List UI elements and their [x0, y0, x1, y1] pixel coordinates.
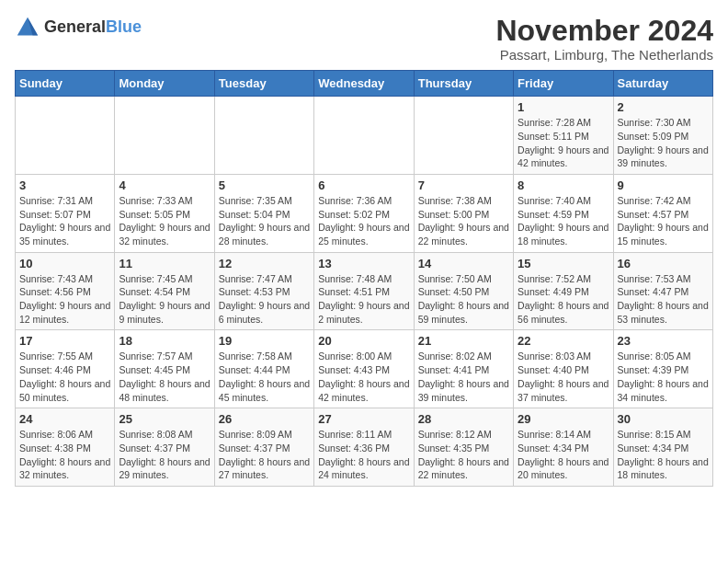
calendar-body: 1Sunrise: 7:28 AMSunset: 5:11 PMDaylight… — [16, 97, 713, 487]
day-cell: 6Sunrise: 7:36 AMSunset: 5:02 PMDaylight… — [314, 174, 414, 252]
day-info: Sunrise: 7:45 AMSunset: 4:54 PMDaylight:… — [119, 272, 210, 327]
day-info: Sunrise: 7:36 AMSunset: 5:02 PMDaylight:… — [318, 194, 409, 248]
location: Passart, Limburg, The Netherlands — [495, 47, 713, 63]
day-info: Sunrise: 8:12 AMSunset: 4:35 PMDaylight:… — [418, 428, 509, 482]
day-info: Sunrise: 7:47 AMSunset: 4:53 PMDaylight:… — [219, 272, 310, 327]
day-info: Sunrise: 8:14 AMSunset: 4:34 PMDaylight:… — [518, 428, 609, 482]
day-info: Sunrise: 8:08 AMSunset: 4:37 PMDaylight:… — [119, 428, 210, 482]
header-cell-tuesday: Tuesday — [214, 71, 313, 97]
day-cell: 11Sunrise: 7:45 AMSunset: 4:54 PMDayligh… — [115, 252, 214, 330]
day-number: 2 — [618, 100, 709, 114]
header-cell-saturday: Saturday — [613, 71, 712, 97]
week-row-2: 10Sunrise: 7:43 AMSunset: 4:56 PMDayligh… — [16, 252, 713, 330]
week-row-1: 3Sunrise: 7:31 AMSunset: 5:07 PMDaylight… — [16, 174, 713, 252]
day-cell: 4Sunrise: 7:33 AMSunset: 5:05 PMDaylight… — [115, 174, 214, 252]
day-number: 22 — [518, 334, 609, 348]
day-cell: 25Sunrise: 8:08 AMSunset: 4:37 PMDayligh… — [115, 408, 214, 487]
day-info: Sunrise: 7:38 AMSunset: 5:00 PMDaylight:… — [418, 194, 509, 248]
day-info: Sunrise: 7:50 AMSunset: 4:50 PMDaylight:… — [418, 272, 509, 327]
day-info: Sunrise: 7:30 AMSunset: 5:09 PMDaylight:… — [618, 116, 709, 170]
day-info: Sunrise: 7:40 AMSunset: 4:59 PMDaylight:… — [518, 194, 609, 248]
header-cell-monday: Monday — [115, 71, 214, 97]
day-cell: 20Sunrise: 8:00 AMSunset: 4:43 PMDayligh… — [314, 330, 414, 408]
day-cell: 22Sunrise: 8:03 AMSunset: 4:40 PMDayligh… — [514, 330, 613, 408]
day-cell: 30Sunrise: 8:15 AMSunset: 4:34 PMDayligh… — [613, 408, 712, 487]
day-cell: 9Sunrise: 7:42 AMSunset: 4:57 PMDaylight… — [613, 174, 712, 252]
day-number: 17 — [19, 334, 110, 348]
header-cell-thursday: Thursday — [414, 71, 513, 97]
day-number: 3 — [19, 178, 110, 192]
day-cell: 8Sunrise: 7:40 AMSunset: 4:59 PMDaylight… — [514, 174, 613, 252]
day-number: 14 — [418, 257, 509, 270]
header-cell-sunday: Sunday — [16, 71, 115, 97]
header: GeneralBlue November 2024 Passart, Limbu… — [15, 15, 713, 63]
day-cell: 27Sunrise: 8:11 AMSunset: 4:36 PMDayligh… — [314, 408, 414, 487]
day-number: 1 — [518, 100, 609, 114]
day-cell — [214, 97, 313, 175]
day-number: 7 — [418, 178, 509, 192]
day-cell — [115, 97, 214, 175]
day-number: 6 — [318, 178, 409, 192]
day-cell: 19Sunrise: 7:58 AMSunset: 4:44 PMDayligh… — [214, 330, 313, 408]
day-info: Sunrise: 7:42 AMSunset: 4:57 PMDaylight:… — [618, 194, 709, 248]
day-cell: 16Sunrise: 7:53 AMSunset: 4:47 PMDayligh… — [613, 252, 712, 330]
day-info: Sunrise: 8:05 AMSunset: 4:39 PMDaylight:… — [618, 350, 709, 404]
day-cell: 13Sunrise: 7:48 AMSunset: 4:51 PMDayligh… — [314, 252, 414, 330]
day-cell: 12Sunrise: 7:47 AMSunset: 4:53 PMDayligh… — [214, 252, 313, 330]
day-info: Sunrise: 8:03 AMSunset: 4:40 PMDaylight:… — [518, 350, 609, 404]
day-info: Sunrise: 7:31 AMSunset: 5:07 PMDaylight:… — [19, 194, 110, 248]
day-cell — [314, 97, 414, 175]
day-number: 29 — [518, 412, 609, 426]
day-number: 27 — [318, 412, 409, 426]
day-cell: 10Sunrise: 7:43 AMSunset: 4:56 PMDayligh… — [16, 252, 115, 330]
week-row-4: 24Sunrise: 8:06 AMSunset: 4:38 PMDayligh… — [16, 408, 713, 487]
day-number: 19 — [219, 334, 310, 348]
day-number: 4 — [119, 178, 210, 192]
day-number: 23 — [618, 334, 709, 348]
day-cell: 5Sunrise: 7:35 AMSunset: 5:04 PMDaylight… — [214, 174, 313, 252]
day-info: Sunrise: 7:55 AMSunset: 4:46 PMDaylight:… — [19, 350, 110, 404]
logo-icon — [15, 15, 40, 40]
day-number: 20 — [318, 334, 409, 348]
day-number: 28 — [418, 412, 509, 426]
day-number: 25 — [119, 412, 210, 426]
day-cell — [414, 97, 513, 175]
day-number: 13 — [318, 257, 409, 270]
day-number: 15 — [518, 257, 609, 270]
day-cell: 26Sunrise: 8:09 AMSunset: 4:37 PMDayligh… — [214, 408, 313, 487]
day-cell: 14Sunrise: 7:50 AMSunset: 4:50 PMDayligh… — [414, 252, 513, 330]
day-cell: 15Sunrise: 7:52 AMSunset: 4:49 PMDayligh… — [514, 252, 613, 330]
day-cell: 17Sunrise: 7:55 AMSunset: 4:46 PMDayligh… — [16, 330, 115, 408]
day-number: 5 — [219, 178, 310, 192]
day-info: Sunrise: 7:35 AMSunset: 5:04 PMDaylight:… — [219, 194, 310, 248]
day-info: Sunrise: 8:15 AMSunset: 4:34 PMDaylight:… — [618, 428, 709, 482]
day-info: Sunrise: 7:57 AMSunset: 4:45 PMDaylight:… — [119, 350, 210, 404]
day-cell: 21Sunrise: 8:02 AMSunset: 4:41 PMDayligh… — [414, 330, 513, 408]
day-number: 9 — [618, 178, 709, 192]
day-cell: 7Sunrise: 7:38 AMSunset: 5:00 PMDaylight… — [414, 174, 513, 252]
day-number: 30 — [618, 412, 709, 426]
day-info: Sunrise: 7:33 AMSunset: 5:05 PMDaylight:… — [119, 194, 210, 248]
day-number: 24 — [19, 412, 110, 426]
day-info: Sunrise: 7:53 AMSunset: 4:47 PMDaylight:… — [618, 272, 709, 327]
week-row-0: 1Sunrise: 7:28 AMSunset: 5:11 PMDaylight… — [16, 97, 713, 175]
title-area: November 2024 Passart, Limburg, The Neth… — [495, 15, 713, 63]
day-cell: 3Sunrise: 7:31 AMSunset: 5:07 PMDaylight… — [16, 174, 115, 252]
day-number: 10 — [19, 257, 110, 270]
day-info: Sunrise: 7:43 AMSunset: 4:56 PMDaylight:… — [19, 272, 110, 327]
day-cell: 29Sunrise: 8:14 AMSunset: 4:34 PMDayligh… — [514, 408, 613, 487]
day-info: Sunrise: 8:06 AMSunset: 4:38 PMDaylight:… — [19, 428, 110, 482]
day-info: Sunrise: 8:00 AMSunset: 4:43 PMDaylight:… — [318, 350, 409, 404]
day-info: Sunrise: 7:48 AMSunset: 4:51 PMDaylight:… — [318, 272, 409, 327]
day-cell: 18Sunrise: 7:57 AMSunset: 4:45 PMDayligh… — [115, 330, 214, 408]
day-info: Sunrise: 8:11 AMSunset: 4:36 PMDaylight:… — [318, 428, 409, 482]
day-info: Sunrise: 8:09 AMSunset: 4:37 PMDaylight:… — [219, 428, 310, 482]
week-row-3: 17Sunrise: 7:55 AMSunset: 4:46 PMDayligh… — [16, 330, 713, 408]
day-info: Sunrise: 7:58 AMSunset: 4:44 PMDaylight:… — [219, 350, 310, 404]
day-number: 11 — [119, 257, 210, 270]
day-number: 21 — [418, 334, 509, 348]
day-number: 16 — [618, 257, 709, 270]
day-info: Sunrise: 7:28 AMSunset: 5:11 PMDaylight:… — [518, 116, 609, 170]
day-number: 26 — [219, 412, 310, 426]
calendar-table: SundayMondayTuesdayWednesdayThursdayFrid… — [15, 70, 713, 487]
